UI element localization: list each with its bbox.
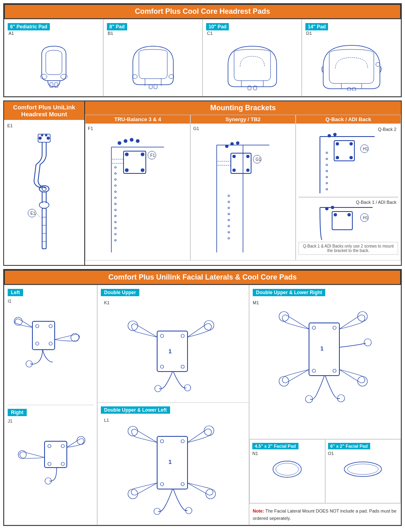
svg-point-127 bbox=[204, 320, 214, 330]
svg-point-50 bbox=[115, 227, 116, 229]
svg-point-49 bbox=[115, 221, 116, 223]
svg-text:1: 1 bbox=[168, 459, 172, 465]
pad-b-code: B1 bbox=[108, 31, 113, 36]
svg-point-36 bbox=[130, 138, 133, 141]
pad-c-code: C1 bbox=[207, 31, 213, 36]
pad-n-tag: 4.5" x 2" Facial Pad bbox=[252, 443, 298, 449]
bracket-h-sub-label2: Q-Back 1 / ADI Back bbox=[298, 199, 398, 205]
svg-text:E1: E1 bbox=[30, 211, 36, 216]
svg-point-154 bbox=[337, 395, 345, 402]
lateral-left-upper: Left I1 bbox=[8, 288, 94, 405]
svg-text:H1: H1 bbox=[363, 216, 368, 220]
svg-point-108 bbox=[49, 325, 52, 328]
svg-point-90 bbox=[326, 158, 328, 160]
bracket-g-code: G1 bbox=[193, 126, 293, 131]
svg-rect-11 bbox=[352, 88, 356, 91]
headrest-cell-c: 10" Pad C1 bbox=[202, 19, 302, 96]
svg-point-155 bbox=[364, 339, 371, 346]
lateral-right-lower: Right J1 bbox=[8, 408, 94, 521]
facial-pad-large: 6" x 2" Facial Pad O1 bbox=[325, 439, 401, 503]
svg-point-69 bbox=[228, 201, 230, 203]
svg-point-0 bbox=[40, 74, 47, 79]
pad-d-label: 14" Pad bbox=[305, 23, 328, 30]
svg-point-92 bbox=[326, 170, 328, 172]
bracket-cell-f: TRU-Balance 3 & 4 F1 bbox=[85, 115, 190, 261]
pad-d-illustration bbox=[305, 40, 397, 93]
bracket-cell-h: Q-Back / ADI Back Q-Back 2 bbox=[296, 115, 401, 261]
svg-point-1 bbox=[61, 74, 67, 79]
pad-o-illustration bbox=[328, 459, 398, 479]
svg-rect-5 bbox=[154, 85, 157, 89]
svg-point-124 bbox=[160, 365, 164, 368]
lateral-right-col: Double Upper & Lower Right M1 1 bbox=[249, 285, 401, 525]
double-upper: Double Upper K1 bbox=[98, 285, 249, 403]
svg-point-109 bbox=[49, 342, 52, 345]
double-upper-lower-left: Double Upper & Lower Left L1 1 bbox=[98, 403, 249, 525]
facial-pads-row: 4.5" x 2" Facial Pad N1 6" x 2" bbox=[249, 439, 401, 525]
svg-point-42 bbox=[115, 179, 116, 180]
pad-c-label: 10" Pad bbox=[206, 23, 229, 30]
svg-point-74 bbox=[228, 231, 230, 233]
facial-pads-grid: 4.5" x 2" Facial Pad N1 6" x 2" bbox=[249, 439, 401, 503]
svg-point-82 bbox=[350, 143, 353, 145]
headrest-cell-a: 6" Pediatric Pad A1 bbox=[4, 19, 103, 96]
svg-point-137 bbox=[204, 426, 214, 436]
svg-point-44 bbox=[115, 191, 116, 192]
bracket-h-label: Q-Back / ADI Back bbox=[296, 115, 401, 124]
svg-point-135 bbox=[181, 483, 184, 486]
svg-point-30 bbox=[125, 153, 128, 156]
svg-point-151 bbox=[279, 376, 289, 386]
svg-rect-131 bbox=[157, 436, 188, 489]
pad-c-illustration bbox=[206, 40, 298, 93]
svg-text:F1: F1 bbox=[150, 153, 155, 158]
svg-point-99 bbox=[334, 214, 337, 216]
svg-point-159 bbox=[347, 464, 378, 474]
unilink-header: Comfort Plus UniLinkHeadrest Mount bbox=[4, 101, 84, 120]
svg-point-33 bbox=[141, 169, 144, 172]
double-upper-lower-left-tag: Double Upper & Lower Left bbox=[101, 406, 170, 414]
svg-point-125 bbox=[181, 365, 184, 368]
svg-point-12 bbox=[376, 62, 380, 66]
lateral-left-col: Left I1 bbox=[4, 285, 97, 525]
svg-point-145 bbox=[333, 326, 336, 329]
svg-point-94 bbox=[326, 182, 328, 184]
svg-text:H1: H1 bbox=[363, 147, 368, 151]
bracket-h-sub-label: Q-Back 2 bbox=[298, 126, 398, 132]
bracket-h-note: Q-Back 1 & ADI Backs only use 2 screws t… bbox=[298, 242, 398, 255]
right-code: J1 bbox=[8, 419, 94, 423]
svg-point-60 bbox=[233, 169, 236, 172]
laterals-header: Comfort Plus Unilink Facial Laterals & C… bbox=[4, 270, 401, 285]
svg-point-84 bbox=[350, 156, 353, 159]
svg-rect-121 bbox=[157, 331, 188, 372]
svg-point-81 bbox=[336, 143, 339, 145]
unilink-header-text: Comfort Plus UniLinkHeadrest Mount bbox=[13, 104, 75, 118]
svg-point-51 bbox=[115, 233, 116, 235]
svg-point-150 bbox=[358, 312, 367, 321]
svg-text:1: 1 bbox=[168, 348, 172, 355]
svg-point-6 bbox=[132, 75, 137, 79]
right-tag: Right bbox=[8, 409, 27, 416]
svg-point-17 bbox=[45, 135, 47, 136]
svg-point-157 bbox=[276, 463, 298, 475]
svg-point-123 bbox=[181, 334, 184, 338]
pad-o-tag: 6" x 2" Facial Pad bbox=[328, 443, 370, 449]
left-code: I1 bbox=[8, 299, 94, 303]
svg-point-14 bbox=[39, 137, 41, 139]
svg-point-70 bbox=[228, 207, 230, 209]
headrest-grid: 6" Pediatric Pad A1 bbox=[4, 19, 401, 96]
svg-point-35 bbox=[124, 139, 127, 143]
brackets-section: Mounting Brackets TRU-Balance 3 & 4 F1 bbox=[85, 101, 401, 265]
left-illustration bbox=[8, 305, 94, 370]
laterals-grid: Left I1 bbox=[4, 285, 401, 525]
note-label: Note: bbox=[253, 508, 264, 513]
facial-pad-small: 4.5" x 2" Facial Pad N1 bbox=[249, 439, 325, 503]
double-upper-lower-right-tag: Double Upper & Lower Right bbox=[253, 289, 325, 296]
svg-rect-10 bbox=[347, 88, 351, 91]
page: Comfort Plus Cool Core Headrest Pads 6" … bbox=[0, 0, 405, 529]
svg-point-140 bbox=[128, 489, 138, 499]
svg-point-46 bbox=[115, 203, 116, 205]
brackets-header: Mounting Brackets bbox=[85, 101, 401, 115]
svg-point-122 bbox=[160, 334, 164, 338]
svg-text:G1: G1 bbox=[256, 157, 261, 162]
svg-point-115 bbox=[48, 462, 51, 466]
